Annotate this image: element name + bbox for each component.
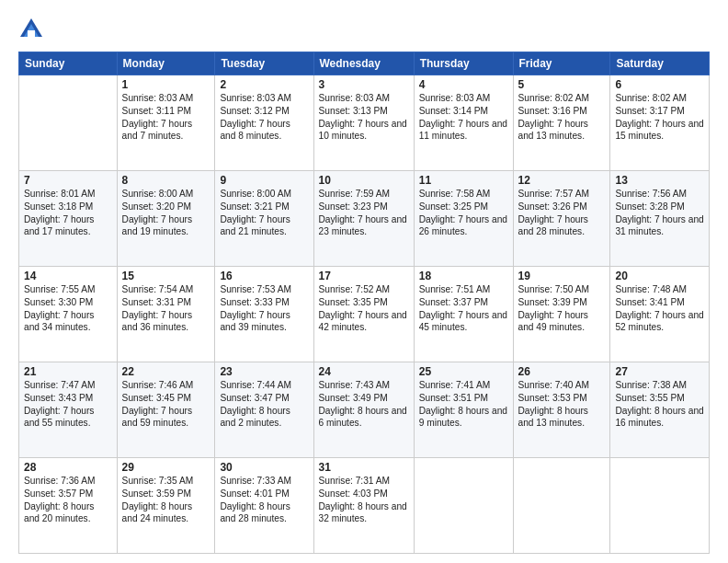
day-number: 4 <box>419 78 508 91</box>
calendar-cell <box>414 458 513 554</box>
calendar-cell: 3Sunrise: 8:03 AMSunset: 3:13 PMDaylight… <box>313 75 414 171</box>
calendar-cell: 22Sunrise: 7:46 AMSunset: 3:45 PMDayligh… <box>117 362 215 458</box>
day-number: 28 <box>24 461 112 474</box>
calendar-cell <box>19 75 118 171</box>
calendar-cell: 23Sunrise: 7:44 AMSunset: 3:47 PMDayligh… <box>215 362 313 458</box>
day-info: Sunrise: 7:58 AMSunset: 3:25 PMDaylight:… <box>419 188 508 238</box>
day-number: 7 <box>24 174 112 187</box>
weekday-row: SundayMondayTuesdayWednesdayThursdayFrid… <box>19 52 710 75</box>
day-info: Sunrise: 7:36 AMSunset: 3:57 PMDaylight:… <box>24 475 112 525</box>
calendar-cell: 30Sunrise: 7:33 AMSunset: 4:01 PMDayligh… <box>215 458 313 554</box>
calendar-cell: 13Sunrise: 7:56 AMSunset: 3:28 PMDayligh… <box>610 171 710 267</box>
day-number: 18 <box>419 270 508 282</box>
day-number: 11 <box>419 174 508 187</box>
calendar-cell: 19Sunrise: 7:50 AMSunset: 3:39 PMDayligh… <box>513 267 610 362</box>
calendar-cell: 15Sunrise: 7:54 AMSunset: 3:31 PMDayligh… <box>117 267 215 362</box>
day-info: Sunrise: 7:56 AMSunset: 3:28 PMDaylight:… <box>615 188 704 238</box>
calendar-cell <box>513 458 610 554</box>
calendar-body: 1Sunrise: 8:03 AMSunset: 3:11 PMDaylight… <box>19 75 710 554</box>
day-info: Sunrise: 7:31 AMSunset: 4:03 PMDaylight:… <box>319 475 409 525</box>
day-number: 5 <box>518 78 606 91</box>
calendar-cell: 21Sunrise: 7:47 AMSunset: 3:43 PMDayligh… <box>19 362 118 458</box>
day-number: 20 <box>615 270 704 282</box>
day-info: Sunrise: 7:48 AMSunset: 3:41 PMDaylight:… <box>615 283 704 334</box>
day-info: Sunrise: 7:47 AMSunset: 3:43 PMDaylight:… <box>24 379 112 430</box>
calendar-cell: 16Sunrise: 7:53 AMSunset: 3:33 PMDayligh… <box>215 267 313 362</box>
calendar-week-2: 7Sunrise: 8:01 AMSunset: 3:18 PMDaylight… <box>19 171 710 267</box>
day-number: 6 <box>615 78 704 91</box>
day-info: Sunrise: 7:38 AMSunset: 3:55 PMDaylight:… <box>615 379 704 430</box>
day-number: 1 <box>122 78 210 91</box>
day-number: 12 <box>518 174 606 187</box>
logo-icon <box>18 17 44 42</box>
calendar-cell <box>610 458 710 554</box>
day-number: 31 <box>319 461 409 474</box>
day-info: Sunrise: 8:00 AMSunset: 3:20 PMDaylight:… <box>122 188 210 238</box>
calendar-cell: 29Sunrise: 7:35 AMSunset: 3:59 PMDayligh… <box>117 458 215 554</box>
calendar-week-3: 14Sunrise: 7:55 AMSunset: 3:30 PMDayligh… <box>19 267 710 362</box>
calendar-week-4: 21Sunrise: 7:47 AMSunset: 3:43 PMDayligh… <box>19 362 710 458</box>
calendar-cell: 2Sunrise: 8:03 AMSunset: 3:12 PMDaylight… <box>215 75 313 171</box>
day-number: 23 <box>220 365 308 378</box>
day-info: Sunrise: 7:44 AMSunset: 3:47 PMDaylight:… <box>220 379 308 430</box>
calendar-cell: 26Sunrise: 7:40 AMSunset: 3:53 PMDayligh… <box>513 362 610 458</box>
day-number: 3 <box>319 78 409 91</box>
weekday-header-sunday: Sunday <box>19 52 118 75</box>
day-number: 13 <box>615 174 704 187</box>
calendar-cell: 5Sunrise: 8:02 AMSunset: 3:16 PMDaylight… <box>513 75 610 171</box>
day-number: 19 <box>518 270 606 282</box>
day-info: Sunrise: 8:03 AMSunset: 3:13 PMDaylight:… <box>319 92 409 143</box>
calendar-cell: 25Sunrise: 7:41 AMSunset: 3:51 PMDayligh… <box>414 362 513 458</box>
day-info: Sunrise: 8:01 AMSunset: 3:18 PMDaylight:… <box>24 188 112 238</box>
calendar-cell: 1Sunrise: 8:03 AMSunset: 3:11 PMDaylight… <box>117 75 215 171</box>
day-number: 16 <box>220 270 308 282</box>
day-info: Sunrise: 7:53 AMSunset: 3:33 PMDaylight:… <box>220 283 308 334</box>
day-number: 26 <box>518 365 606 378</box>
day-info: Sunrise: 7:57 AMSunset: 3:26 PMDaylight:… <box>518 188 606 238</box>
day-info: Sunrise: 8:00 AMSunset: 3:21 PMDaylight:… <box>220 188 308 238</box>
calendar-cell: 9Sunrise: 8:00 AMSunset: 3:21 PMDaylight… <box>215 171 313 267</box>
calendar-week-1: 1Sunrise: 8:03 AMSunset: 3:11 PMDaylight… <box>19 75 710 171</box>
day-number: 15 <box>122 270 210 282</box>
calendar-week-5: 28Sunrise: 7:36 AMSunset: 3:57 PMDayligh… <box>19 458 710 554</box>
day-info: Sunrise: 8:03 AMSunset: 3:12 PMDaylight:… <box>220 92 308 143</box>
day-number: 2 <box>220 78 308 91</box>
calendar-cell: 18Sunrise: 7:51 AMSunset: 3:37 PMDayligh… <box>414 267 513 362</box>
day-info: Sunrise: 7:55 AMSunset: 3:30 PMDaylight:… <box>24 283 112 334</box>
day-info: Sunrise: 7:59 AMSunset: 3:23 PMDaylight:… <box>319 188 409 238</box>
calendar-cell: 24Sunrise: 7:43 AMSunset: 3:49 PMDayligh… <box>313 362 414 458</box>
day-info: Sunrise: 7:46 AMSunset: 3:45 PMDaylight:… <box>122 379 210 430</box>
page: SundayMondayTuesdayWednesdayThursdayFrid… <box>0 0 728 563</box>
day-info: Sunrise: 7:51 AMSunset: 3:37 PMDaylight:… <box>419 283 508 334</box>
weekday-header-thursday: Thursday <box>414 52 513 75</box>
header <box>18 17 710 42</box>
calendar-header: SundayMondayTuesdayWednesdayThursdayFrid… <box>19 52 710 75</box>
calendar-cell: 31Sunrise: 7:31 AMSunset: 4:03 PMDayligh… <box>313 458 414 554</box>
logo <box>18 17 50 42</box>
day-number: 21 <box>24 365 112 378</box>
calendar-cell: 10Sunrise: 7:59 AMSunset: 3:23 PMDayligh… <box>313 171 414 267</box>
day-info: Sunrise: 8:03 AMSunset: 3:11 PMDaylight:… <box>122 92 210 143</box>
calendar-cell: 11Sunrise: 7:58 AMSunset: 3:25 PMDayligh… <box>414 171 513 267</box>
calendar-cell: 4Sunrise: 8:03 AMSunset: 3:14 PMDaylight… <box>414 75 513 171</box>
weekday-header-saturday: Saturday <box>610 52 710 75</box>
day-number: 10 <box>319 174 409 187</box>
day-info: Sunrise: 7:41 AMSunset: 3:51 PMDaylight:… <box>419 379 508 430</box>
day-number: 24 <box>319 365 409 378</box>
svg-rect-2 <box>28 30 35 37</box>
day-info: Sunrise: 7:50 AMSunset: 3:39 PMDaylight:… <box>518 283 606 334</box>
calendar-cell: 7Sunrise: 8:01 AMSunset: 3:18 PMDaylight… <box>19 171 118 267</box>
day-info: Sunrise: 7:52 AMSunset: 3:35 PMDaylight:… <box>319 283 409 334</box>
day-info: Sunrise: 8:02 AMSunset: 3:16 PMDaylight:… <box>518 92 606 143</box>
calendar-cell: 14Sunrise: 7:55 AMSunset: 3:30 PMDayligh… <box>19 267 118 362</box>
day-number: 9 <box>220 174 308 187</box>
calendar-cell: 28Sunrise: 7:36 AMSunset: 3:57 PMDayligh… <box>19 458 118 554</box>
day-number: 14 <box>24 270 112 282</box>
day-number: 30 <box>220 461 308 474</box>
day-number: 27 <box>615 365 704 378</box>
day-info: Sunrise: 7:40 AMSunset: 3:53 PMDaylight:… <box>518 379 606 430</box>
calendar-cell: 6Sunrise: 8:02 AMSunset: 3:17 PMDaylight… <box>610 75 710 171</box>
day-number: 29 <box>122 461 210 474</box>
calendar-cell: 20Sunrise: 7:48 AMSunset: 3:41 PMDayligh… <box>610 267 710 362</box>
day-info: Sunrise: 7:35 AMSunset: 3:59 PMDaylight:… <box>122 475 210 525</box>
